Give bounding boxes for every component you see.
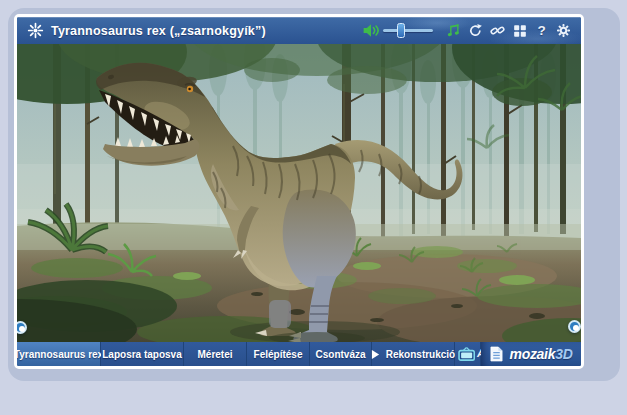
apps-grid-icon[interactable] <box>509 20 530 41</box>
titlebar-toolbar: ? <box>359 20 574 41</box>
tab-label: Méretei <box>197 349 232 360</box>
volume-icon[interactable] <box>360 20 381 41</box>
mozaik3d-window: Tyrannosaurus rex („zsarnokgyík”) <box>14 14 584 369</box>
volume-slider-handle[interactable] <box>397 23 405 38</box>
tab-felepitese[interactable]: Felépítése <box>247 342 310 366</box>
volume-slider-track <box>383 29 433 32</box>
tv-icon <box>458 347 477 362</box>
tab-csontvaza[interactable]: Csontváza <box>310 342 372 366</box>
titlebar: Tyrannosaurus rex („zsarnokgyík”) <box>17 17 581 44</box>
link-icon[interactable] <box>487 20 508 41</box>
help-icon[interactable]: ? <box>531 20 552 41</box>
mozaik-sun-icon <box>27 22 44 39</box>
tab-label: Felépítése <box>254 349 303 360</box>
tabbar: Tyrannosaurus rex Laposra taposva Mérete… <box>17 342 581 366</box>
window-title: Tyrannosaurus rex („zsarnokgyík”) <box>51 24 266 38</box>
dinosaur-forest-scene[interactable] <box>17 44 581 342</box>
tab-laposra-taposva[interactable]: Laposra taposva <box>101 342 184 366</box>
tab-rekonstrukcio[interactable]: Rekonstrukció <box>372 342 455 366</box>
tab-meretei[interactable]: Méretei <box>184 342 247 366</box>
mozaik3d-logo: mozaik3D <box>510 346 573 362</box>
scene-hotspot-right[interactable] <box>568 320 581 333</box>
play-icon <box>371 349 380 360</box>
music-note-icon[interactable] <box>443 20 464 41</box>
tab-label: Csontváza <box>315 349 365 360</box>
tab-tyrannosaurus-rex[interactable]: Tyrannosaurus rex <box>17 342 101 366</box>
app-canvas: Tyrannosaurus rex („zsarnokgyík”) <box>0 0 627 415</box>
document-icon <box>490 346 503 362</box>
mozaik3d-brand-panel[interactable]: mozaik3D <box>481 342 581 366</box>
settings-gear-icon[interactable] <box>553 20 574 41</box>
rotate-icon[interactable] <box>465 20 486 41</box>
3d-viewport <box>17 44 581 342</box>
tab-label: Tyrannosaurus rex <box>14 349 103 360</box>
tab-label: Rekonstrukció <box>386 349 455 360</box>
tab-label: Laposra taposva <box>102 349 181 360</box>
volume-slider[interactable] <box>383 20 433 41</box>
